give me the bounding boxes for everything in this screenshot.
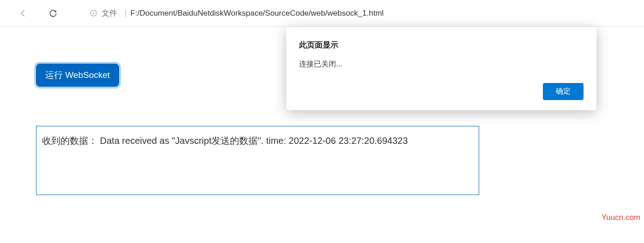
separator: | bbox=[125, 9, 126, 18]
run-websocket-button[interactable]: 运行 WebSocket bbox=[36, 64, 119, 87]
output-box: 收到的数据： Data received as "Javscript发送的数据"… bbox=[36, 126, 479, 195]
info-icon bbox=[89, 9, 98, 18]
browser-toolbar: 文件 | F:/Document/BaiduNetdiskWorkspace/S… bbox=[0, 0, 644, 27]
refresh-icon bbox=[48, 9, 58, 18]
nav-back-button[interactable] bbox=[14, 4, 32, 23]
file-label: 文件 bbox=[102, 8, 117, 18]
dialog-actions: 确定 bbox=[299, 83, 584, 100]
alert-dialog: 此页面显示 连接已关闭... 确定 bbox=[286, 27, 596, 110]
dialog-message: 连接已关闭... bbox=[299, 59, 584, 69]
watermark: Yuucn.com bbox=[602, 213, 640, 222]
nav-refresh-button[interactable] bbox=[44, 4, 62, 23]
url-text: F:/Document/BaiduNetdiskWorkspace/Source… bbox=[130, 9, 384, 18]
dialog-title: 此页面显示 bbox=[299, 40, 584, 50]
output-text: 收到的数据： Data received as "Javscript发送的数据"… bbox=[42, 136, 408, 146]
toolbar-right-edge bbox=[638, 0, 644, 27]
address-bar[interactable]: 文件 | F:/Document/BaiduNetdiskWorkspace/S… bbox=[83, 5, 639, 21]
arrow-left-icon bbox=[18, 8, 28, 18]
dialog-ok-button[interactable]: 确定 bbox=[543, 83, 584, 100]
